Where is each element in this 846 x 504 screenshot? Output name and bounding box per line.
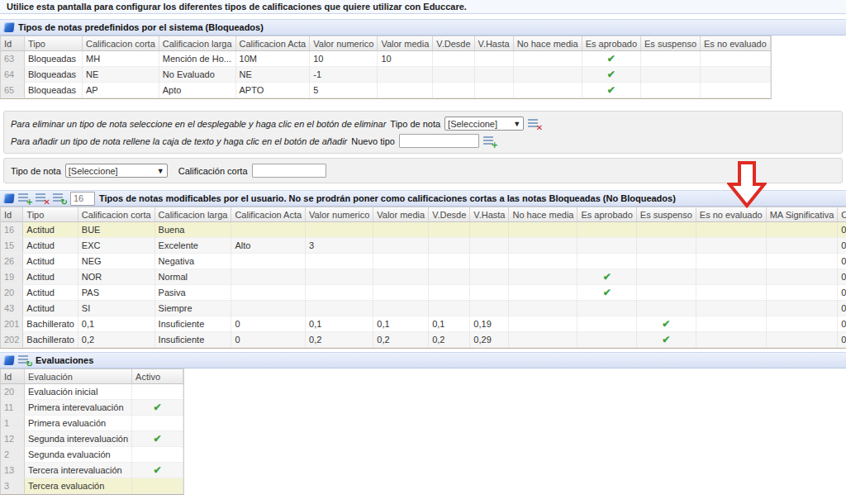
cell-orden[interactable]: 0: [838, 316, 846, 332]
cell-nohace[interactable]: [509, 285, 577, 301]
cell-vdesde[interactable]: [429, 222, 470, 238]
cell-vnum[interactable]: 3: [306, 238, 373, 254]
cell-vnum[interactable]: [306, 269, 373, 285]
cell-larga[interactable]: Apto: [159, 83, 236, 98]
column-header-tipo[interactable]: Tipo: [25, 36, 83, 51]
cell-masig[interactable]: [767, 301, 839, 316]
cell-vnum[interactable]: [306, 285, 373, 301]
column-header-nohace[interactable]: No hace media: [514, 36, 582, 51]
cell-susp[interactable]: [637, 285, 696, 301]
cell-masig[interactable]: [767, 332, 839, 348]
cell-vdesde[interactable]: [433, 83, 474, 98]
table-row[interactable]: 13Tercera interevaluación✔: [1, 463, 183, 478]
cell-id[interactable]: 64: [1, 67, 25, 83]
cell-aprob[interactable]: [577, 254, 636, 269]
cell-larga[interactable]: Pasiva: [155, 285, 232, 301]
cell-tipo[interactable]: Bloqueadas: [25, 67, 83, 83]
cell-corta[interactable]: SI: [78, 301, 155, 316]
column-header-aprob[interactable]: Es aprobado: [582, 36, 641, 51]
cell-vmedia[interactable]: [373, 238, 429, 254]
cell-larga[interactable]: No Evaluado: [159, 67, 236, 83]
cell-vdesde[interactable]: 0,2: [429, 332, 470, 348]
cell-vmedia[interactable]: [378, 83, 433, 98]
cell-masig[interactable]: [767, 316, 839, 332]
cell-id[interactable]: 63: [1, 51, 25, 67]
cell-nohace[interactable]: [509, 254, 577, 269]
cell-corta[interactable]: 0,2: [78, 332, 155, 348]
cell-vhasta[interactable]: [475, 83, 514, 98]
cell-orden[interactable]: 0: [838, 269, 846, 285]
cell-vhasta[interactable]: [470, 238, 509, 254]
cell-noeval[interactable]: [701, 83, 771, 98]
cell-tipo[interactable]: Bloqueadas: [25, 51, 83, 67]
cell-vnum[interactable]: 5: [310, 83, 378, 98]
table-row[interactable]: 15ActitudEXCExcelenteAlto30: [1, 238, 846, 254]
cell-id[interactable]: 202: [1, 332, 23, 348]
column-header-noeval[interactable]: Es no evaluado: [696, 207, 767, 222]
cell-corta[interactable]: NOR: [78, 269, 155, 285]
cell-susp[interactable]: [637, 254, 696, 269]
cell-activo[interactable]: ✔: [132, 431, 183, 447]
cell-aprob[interactable]: ✔: [582, 83, 641, 98]
cell-nohace[interactable]: [509, 222, 577, 238]
cell-susp[interactable]: [641, 67, 701, 83]
cell-masig[interactable]: [767, 285, 839, 301]
cell-vnum[interactable]: -1: [310, 67, 378, 83]
cell-acta[interactable]: [231, 285, 306, 301]
cell-corta[interactable]: NEG: [78, 254, 155, 269]
cell-vmedia[interactable]: [373, 301, 429, 316]
cell-vmedia[interactable]: [378, 67, 433, 83]
cell-noeval[interactable]: [696, 254, 767, 269]
cell-nombre[interactable]: Segunda interevaluación: [25, 431, 132, 447]
cell-nombre[interactable]: Tercera evaluación: [25, 478, 132, 494]
table-row[interactable]: 64BloqueadasNENo EvaluadoNE-1✔: [1, 67, 771, 83]
cell-aprob[interactable]: [577, 222, 636, 238]
table-row[interactable]: 11Primera interevaluación✔: [1, 400, 183, 416]
cell-vhasta[interactable]: [470, 254, 509, 269]
calificacion-corta-input[interactable]: [252, 164, 326, 178]
column-header-nombre[interactable]: Evaluación: [25, 369, 132, 384]
column-header-noeval[interactable]: Es no evaluado: [701, 36, 771, 51]
nuevo-tipo-input[interactable]: [399, 134, 479, 148]
table-row[interactable]: 20Evaluación inicial: [1, 384, 183, 400]
cell-acta[interactable]: [231, 222, 306, 238]
table-row[interactable]: 63BloqueadasMHMención de Ho...10M1010✔: [1, 51, 771, 67]
refresh-list-button[interactable]: ↻: [53, 193, 66, 204]
column-header-id[interactable]: Id: [1, 207, 23, 222]
cell-nombre[interactable]: Evaluación inicial: [25, 384, 132, 400]
cell-corta[interactable]: MH: [83, 51, 159, 67]
cell-larga[interactable]: Insuficiente: [155, 316, 232, 332]
cell-vhasta[interactable]: 0,19: [470, 316, 509, 332]
table-row[interactable]: 43ActitudSISiempre0: [1, 301, 846, 316]
cell-aprob[interactable]: ✔: [582, 51, 641, 67]
cell-orden[interactable]: 0: [838, 222, 846, 238]
column-header-vnum[interactable]: Valor numerico: [310, 36, 378, 51]
cell-larga[interactable]: Negativa: [155, 254, 232, 269]
table-row[interactable]: 3Tercera evaluación: [1, 478, 183, 494]
cell-nohace[interactable]: [509, 269, 577, 285]
cell-activo[interactable]: ✔: [132, 400, 183, 416]
cell-id[interactable]: 13: [1, 463, 25, 478]
cell-vdesde[interactable]: [429, 254, 470, 269]
cell-nombre[interactable]: Segunda evaluación: [25, 447, 132, 463]
cell-nohace[interactable]: [514, 51, 582, 67]
cell-vdesde[interactable]: [429, 285, 470, 301]
cell-larga[interactable]: Buena: [155, 222, 232, 238]
cell-masig[interactable]: [767, 222, 839, 238]
cell-susp[interactable]: [637, 301, 696, 316]
cell-corta[interactable]: PAS: [78, 285, 155, 301]
cell-aprob[interactable]: ✔: [582, 67, 641, 83]
cell-vmedia[interactable]: [373, 222, 429, 238]
cell-tipo[interactable]: Bachillerato: [23, 316, 78, 332]
cell-nohace[interactable]: [509, 301, 577, 316]
column-header-vdesde[interactable]: V.Desde: [433, 36, 474, 51]
cell-noeval[interactable]: [696, 301, 767, 316]
column-header-vhasta[interactable]: V.Hasta: [470, 207, 509, 222]
cell-orden[interactable]: 0: [838, 238, 846, 254]
column-header-susp[interactable]: Es suspenso: [637, 207, 696, 222]
cell-id[interactable]: 19: [1, 269, 23, 285]
add-tipo-button[interactable]: +: [483, 136, 497, 147]
column-header-vmedia[interactable]: Valor media: [373, 207, 429, 222]
column-header-id[interactable]: Id: [1, 369, 25, 384]
cell-vdesde[interactable]: [429, 301, 470, 316]
